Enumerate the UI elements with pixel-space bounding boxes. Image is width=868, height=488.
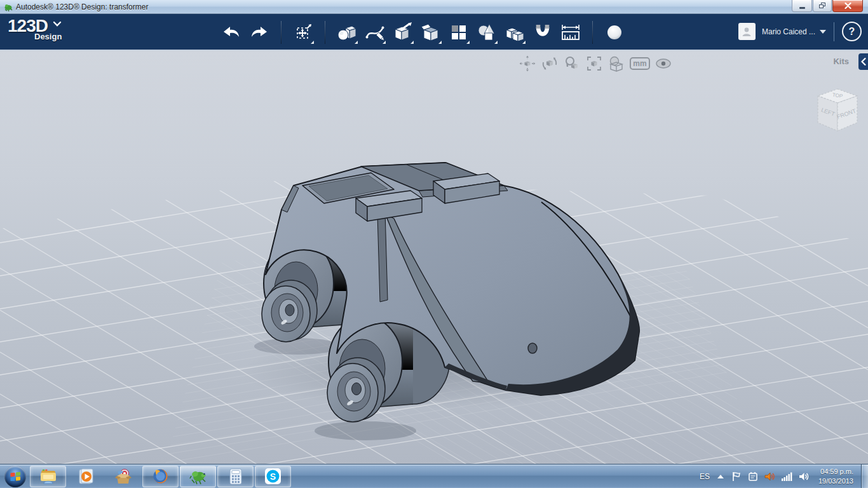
windows-explorer-icon [39, 469, 57, 484]
dropdown-caret-icon [355, 41, 358, 44]
window-title: Autodesk® 123D® Design: transformer [16, 3, 148, 11]
sketch-button[interactable] [363, 21, 386, 44]
network-button[interactable] [782, 472, 792, 481]
kits-panel-label[interactable]: Kits [833, 57, 849, 66]
orbit-icon [541, 55, 558, 72]
visibility-eye-icon [655, 58, 672, 69]
clipboard-tray-button[interactable] [748, 471, 758, 482]
pan-button[interactable] [519, 55, 536, 72]
toolbar-separator [325, 21, 325, 44]
viewport[interactable]: mm Kits TOP LEFT FRONT [0, 51, 868, 464]
kits-collapse-chevron-icon [861, 58, 866, 65]
close-button[interactable] [832, 0, 863, 12]
logo-subtext: Design [34, 32, 62, 41]
user-name[interactable]: Mario Caiced ... [762, 27, 815, 36]
modify-icon [420, 22, 442, 43]
measure-ruler-icon [560, 23, 581, 42]
dropdown-caret-icon [438, 41, 442, 44]
volume-mixer-button[interactable] [764, 471, 775, 482]
taskbar-app-box-dart[interactable] [105, 466, 141, 487]
start-orb-icon [10, 471, 21, 481]
zoom-button[interactable] [563, 55, 581, 72]
construct-icon [392, 22, 414, 43]
dropdown-caret-icon [311, 41, 314, 44]
logo-chevron-icon [53, 18, 62, 29]
redo-button[interactable] [248, 21, 271, 44]
undo-button[interactable] [220, 21, 243, 44]
material-button[interactable] [603, 21, 626, 44]
kits-collapse-button[interactable] [858, 53, 868, 70]
redo-icon [250, 25, 269, 39]
firefox-icon [152, 468, 169, 485]
combine-icon [477, 22, 497, 43]
language-indicator[interactable]: ES [700, 472, 710, 481]
snap-button[interactable] [531, 21, 554, 44]
system-tray: ES [700, 464, 868, 488]
transform-button[interactable] [292, 21, 315, 44]
restore-icon [819, 3, 826, 9]
title-bar[interactable]: Autodesk® 123D® Design: transformer [0, 0, 868, 14]
taskbar-app-explorer[interactable] [30, 466, 66, 487]
material-sphere-icon [605, 23, 624, 42]
shading-button[interactable] [607, 55, 625, 72]
box-dart-app-icon [114, 468, 132, 485]
units-button[interactable]: mm [630, 57, 650, 70]
grouping-icon [504, 22, 526, 43]
user-avatar-icon[interactable] [738, 23, 756, 40]
taskbar-app-firefox[interactable] [142, 466, 179, 487]
combine-button[interactable] [475, 21, 498, 44]
fit-view-icon [586, 55, 602, 72]
close-icon [844, 3, 851, 9]
fit-view-button[interactable] [585, 55, 603, 72]
network-signal-icon [782, 472, 792, 481]
tool-strip [220, 21, 626, 44]
help-button[interactable]: ? [842, 22, 862, 41]
help-icon: ? [849, 26, 855, 37]
front-face-hole [528, 343, 537, 353]
viewport-nav-bar: mm [519, 55, 677, 72]
construct-button[interactable] [391, 21, 414, 44]
taskbar-app-media-player[interactable] [67, 466, 104, 487]
app-logo-menu[interactable]: 123D Design [8, 16, 62, 41]
tray-time: 04:59 p.m. [818, 467, 853, 477]
skype-icon: S [264, 468, 281, 485]
skype-glyph: S [270, 471, 276, 482]
toolbar-separator [592, 21, 593, 44]
taskbar-app-calculator[interactable] [217, 466, 254, 487]
measure-button[interactable] [559, 21, 582, 44]
app-window-icon [4, 3, 13, 11]
tray-clock[interactable]: 04:59 p.m. 19/03/2013 [818, 467, 853, 486]
start-button[interactable] [4, 466, 26, 487]
shading-icon [607, 55, 625, 72]
action-center-button[interactable] [731, 471, 742, 482]
modify-button[interactable] [419, 21, 442, 44]
speaker-button[interactable] [799, 471, 810, 482]
pattern-button[interactable] [447, 21, 470, 44]
dropdown-caret-icon [383, 41, 386, 44]
view-cube[interactable]: TOP LEFT FRONT [815, 86, 860, 135]
app-toolbar: 123D Design [0, 14, 868, 51]
orbit-button[interactable] [541, 55, 559, 72]
grouping-button[interactable] [503, 21, 526, 44]
show-desktop-button[interactable] [861, 464, 868, 488]
minimize-button[interactable] [792, 0, 812, 12]
sketch-icon [365, 22, 385, 43]
visibility-button[interactable] [654, 55, 672, 72]
toolbar-separator [834, 22, 834, 41]
pattern-icon [449, 23, 468, 42]
primitives-button[interactable] [336, 21, 358, 44]
hidden-icons-button[interactable] [717, 475, 724, 478]
user-dropdown-caret-icon[interactable] [820, 30, 826, 34]
123d-app-icon [189, 468, 207, 485]
restore-button[interactable] [813, 0, 832, 12]
transform-move-icon [293, 22, 313, 43]
dropdown-caret-icon [494, 41, 498, 44]
primitives-icon [336, 22, 358, 43]
taskbar-app-123d-design[interactable] [180, 466, 216, 487]
taskbar-app-skype[interactable]: S [255, 466, 291, 487]
media-player-icon [78, 468, 94, 485]
viewport-canvas[interactable] [0, 51, 868, 464]
undo-icon [222, 25, 241, 39]
snap-magnet-icon [532, 22, 553, 43]
dropdown-caret-icon [410, 41, 414, 44]
